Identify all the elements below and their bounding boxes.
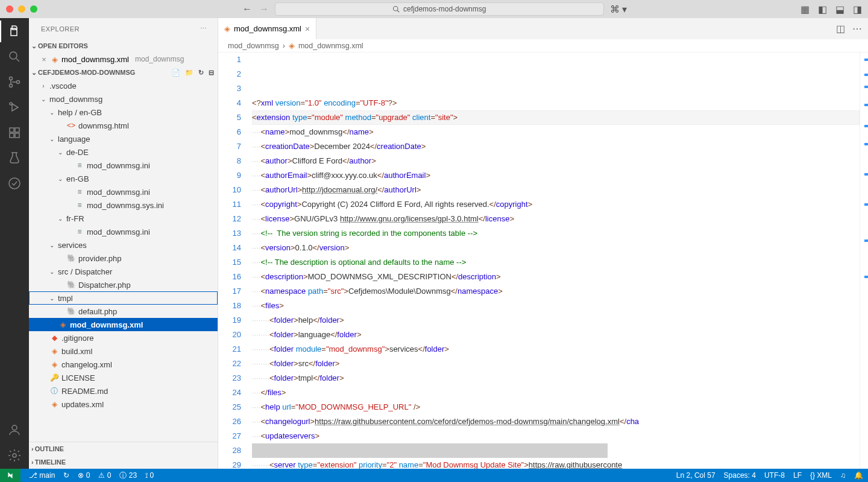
- encoding[interactable]: UTF-8: [764, 471, 785, 480]
- breadcrumb-file[interactable]: mod_downmsg.xml: [298, 42, 363, 50]
- tree-item[interactable]: ⌄language: [29, 132, 218, 145]
- scm-activity[interactable]: [7, 75, 22, 89]
- copilot-icon[interactable]: ⌘ ▾: [610, 4, 627, 15]
- chevron-right-icon: ›: [31, 458, 34, 466]
- extensions-activity[interactable]: [7, 125, 22, 140]
- xml-icon: ◈: [49, 360, 59, 369]
- nav-forward[interactable]: →: [259, 4, 269, 14]
- minimize-window[interactable]: [18, 5, 25, 13]
- minimap[interactable]: [860, 52, 868, 469]
- tree-item[interactable]: ⌄tmpl: [29, 291, 218, 305]
- accounts-activity[interactable]: [7, 423, 22, 437]
- tree-item[interactable]: ≡mod_downmsg.ini: [29, 159, 218, 172]
- feedback-icon[interactable]: ♫: [840, 471, 846, 480]
- tree-item[interactable]: ◈updates.xml: [29, 398, 218, 411]
- tree-item[interactable]: ◈mod_downmsg.xml: [29, 318, 218, 331]
- eol[interactable]: LF: [793, 471, 802, 480]
- breadcrumbs[interactable]: mod_downmsg › ◈ mod_downmsg.xml: [218, 39, 868, 52]
- tree-item[interactable]: 🐘provider.php: [29, 252, 218, 265]
- chevron-icon: ⌄: [48, 242, 55, 249]
- tree-item[interactable]: ⌄en-GB: [29, 172, 218, 185]
- status-warnings[interactable]: ⚠ 0: [98, 471, 111, 480]
- nav-back[interactable]: ←: [242, 4, 252, 14]
- git-icon: ◆: [49, 334, 59, 342]
- outline-header[interactable]: › OUTLINE: [29, 442, 218, 455]
- git-sync[interactable]: ↻: [63, 471, 69, 480]
- notifications-icon[interactable]: 🔔: [854, 471, 863, 480]
- svg-rect-9: [15, 128, 19, 132]
- status-ports[interactable]: ⟟ 0: [145, 471, 154, 480]
- language-mode[interactable]: {} XML: [810, 471, 832, 480]
- search-activity[interactable]: [7, 49, 22, 64]
- tree-item[interactable]: ◆.gitignore: [29, 331, 218, 344]
- svg-line-1: [397, 10, 399, 12]
- refresh-icon[interactable]: ↻: [198, 69, 204, 77]
- tree-item[interactable]: ⌄services: [29, 238, 218, 252]
- status-info[interactable]: ⓘ 23: [119, 471, 137, 481]
- outline-label: OUTLINE: [35, 445, 64, 452]
- tree-item[interactable]: <>downmsg.html: [29, 119, 218, 132]
- debug-activity[interactable]: [7, 100, 22, 115]
- tree-item[interactable]: 🐘Dispatcher.php: [29, 278, 218, 291]
- maximize-window[interactable]: [30, 5, 37, 13]
- close-icon[interactable]: ×: [305, 24, 310, 34]
- command-center[interactable]: cefjdemos-mod-downmsg: [275, 2, 604, 16]
- editor-tab[interactable]: ◈ mod_downmsg.xml ×: [218, 18, 316, 39]
- project-header[interactable]: ⌄ CEFJDEMOS-MOD-DOWNMSG 📄 📁 ↻ ⊟: [29, 66, 218, 79]
- indentation[interactable]: Spaces: 4: [724, 471, 756, 480]
- tree-item[interactable]: ≡mod_downmsg.ini: [29, 185, 218, 198]
- collapse-icon[interactable]: ⊟: [209, 69, 214, 77]
- check-activity[interactable]: [7, 176, 22, 191]
- tree-item[interactable]: ›.vscode: [29, 79, 218, 92]
- chevron-icon: ⌄: [48, 295, 55, 302]
- explorer-activity[interactable]: [7, 24, 22, 39]
- status-errors[interactable]: ⊗ 0: [78, 471, 90, 480]
- svg-point-14: [13, 454, 16, 457]
- chevron-icon: ⌄: [48, 268, 55, 275]
- testing-activity[interactable]: [7, 151, 22, 165]
- cursor-position[interactable]: Ln 2, Col 57: [676, 471, 715, 480]
- git-branch[interactable]: ⎇ main: [29, 471, 55, 480]
- tree-item[interactable]: ◈build.xml: [29, 344, 218, 358]
- tree-item[interactable]: ⌄fr-FR: [29, 212, 218, 225]
- file-tree[interactable]: ›.vscode⌄mod_downmsg⌄help / en-GB<>downm…: [29, 79, 218, 442]
- chevron-down-icon: ⌄: [31, 69, 37, 77]
- php-icon: 🐘: [66, 254, 76, 262]
- tree-item[interactable]: ⌄mod_downmsg: [29, 92, 218, 106]
- new-folder-icon[interactable]: 📁: [185, 69, 193, 77]
- more-icon[interactable]: ⋯: [852, 23, 862, 34]
- settings-activity[interactable]: [7, 448, 22, 463]
- new-file-icon[interactable]: 📄: [172, 69, 180, 77]
- tree-item[interactable]: ⌄de-DE: [29, 145, 218, 159]
- panel-left-icon[interactable]: ◧: [818, 4, 827, 15]
- tree-item[interactable]: ≡mod_downmsg.sys.ini: [29, 198, 218, 212]
- open-editor-item[interactable]: × ◈ mod_downmsg.xml mod_downmsg: [29, 52, 218, 66]
- breadcrumb-folder[interactable]: mod_downmsg: [228, 42, 279, 50]
- open-editors-header[interactable]: ⌄ OPEN EDITORS: [29, 39, 218, 52]
- tree-item[interactable]: ◈changelog.xml: [29, 358, 218, 371]
- php-icon: 🐘: [66, 281, 76, 289]
- remote-indicator[interactable]: [0, 469, 20, 482]
- more-icon[interactable]: ⋯: [200, 25, 207, 33]
- tree-item[interactable]: 🐘default.php: [29, 305, 218, 318]
- file-name: README.md: [61, 387, 108, 396]
- file-name: mod_downmsg.ini: [87, 227, 150, 236]
- svg-point-13: [12, 425, 17, 430]
- editor[interactable]: 1234567891011121314151617181920212223242…: [218, 52, 868, 469]
- tabs: ◈ mod_downmsg.xml × ◫ ⋯: [218, 18, 868, 39]
- close-icon[interactable]: ×: [40, 55, 48, 64]
- tree-item[interactable]: ⌄src / Dispatcher: [29, 265, 218, 278]
- tree-item[interactable]: ≡mod_downmsg.ini: [29, 225, 218, 238]
- close-window[interactable]: [6, 5, 13, 13]
- chevron-right-icon: ›: [283, 42, 285, 50]
- split-editor-icon[interactable]: ◫: [836, 23, 845, 34]
- open-editor-filename: mod_downmsg.xml: [61, 55, 129, 64]
- tree-item[interactable]: 🔑LICENSE: [29, 371, 218, 384]
- panel-right-icon[interactable]: ◨: [853, 4, 862, 15]
- tree-item[interactable]: ⓘREADME.md: [29, 384, 218, 398]
- code[interactable]: <?xml version="1.0" encoding="UTF-8"?><e…: [252, 52, 860, 469]
- tree-item[interactable]: ⌄help / en-GB: [29, 106, 218, 119]
- panel-bottom-icon[interactable]: ⬓: [835, 4, 844, 15]
- timeline-header[interactable]: › TIMELINE: [29, 455, 218, 469]
- layout-customize-icon[interactable]: ▦: [800, 4, 810, 15]
